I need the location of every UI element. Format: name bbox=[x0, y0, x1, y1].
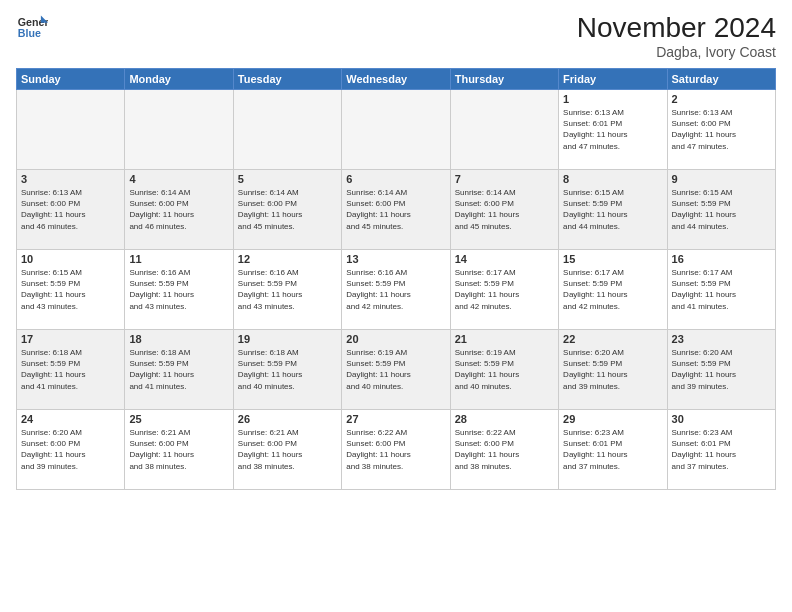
day-info: Sunrise: 6:13 AMSunset: 6:01 PMDaylight:… bbox=[563, 107, 662, 152]
calendar-cell: 15Sunrise: 6:17 AMSunset: 5:59 PMDayligh… bbox=[559, 250, 667, 330]
day-info: Sunrise: 6:18 AMSunset: 5:59 PMDaylight:… bbox=[238, 347, 337, 392]
day-info: Sunrise: 6:13 AMSunset: 6:00 PMDaylight:… bbox=[672, 107, 771, 152]
day-number: 20 bbox=[346, 333, 445, 345]
calendar-cell: 27Sunrise: 6:22 AMSunset: 6:00 PMDayligh… bbox=[342, 410, 450, 490]
calendar-cell: 7Sunrise: 6:14 AMSunset: 6:00 PMDaylight… bbox=[450, 170, 558, 250]
calendar-table: SundayMondayTuesdayWednesdayThursdayFrid… bbox=[16, 68, 776, 490]
day-info: Sunrise: 6:23 AMSunset: 6:01 PMDaylight:… bbox=[672, 427, 771, 472]
logo: General Blue bbox=[16, 12, 48, 44]
calendar-cell: 29Sunrise: 6:23 AMSunset: 6:01 PMDayligh… bbox=[559, 410, 667, 490]
svg-text:Blue: Blue bbox=[18, 27, 41, 39]
day-info: Sunrise: 6:17 AMSunset: 5:59 PMDaylight:… bbox=[672, 267, 771, 312]
day-number: 3 bbox=[21, 173, 120, 185]
day-number: 23 bbox=[672, 333, 771, 345]
calendar-cell: 19Sunrise: 6:18 AMSunset: 5:59 PMDayligh… bbox=[233, 330, 341, 410]
day-number: 16 bbox=[672, 253, 771, 265]
day-number: 29 bbox=[563, 413, 662, 425]
calendar-header-row: SundayMondayTuesdayWednesdayThursdayFrid… bbox=[17, 69, 776, 90]
calendar-cell: 21Sunrise: 6:19 AMSunset: 5:59 PMDayligh… bbox=[450, 330, 558, 410]
calendar-cell: 8Sunrise: 6:15 AMSunset: 5:59 PMDaylight… bbox=[559, 170, 667, 250]
day-number: 27 bbox=[346, 413, 445, 425]
month-title: November 2024 bbox=[577, 12, 776, 44]
day-info: Sunrise: 6:14 AMSunset: 6:00 PMDaylight:… bbox=[455, 187, 554, 232]
calendar-cell: 6Sunrise: 6:14 AMSunset: 6:00 PMDaylight… bbox=[342, 170, 450, 250]
calendar-cell: 20Sunrise: 6:19 AMSunset: 5:59 PMDayligh… bbox=[342, 330, 450, 410]
day-info: Sunrise: 6:16 AMSunset: 5:59 PMDaylight:… bbox=[346, 267, 445, 312]
calendar-cell bbox=[342, 90, 450, 170]
day-info: Sunrise: 6:18 AMSunset: 5:59 PMDaylight:… bbox=[129, 347, 228, 392]
calendar-header-saturday: Saturday bbox=[667, 69, 775, 90]
day-number: 5 bbox=[238, 173, 337, 185]
day-info: Sunrise: 6:20 AMSunset: 6:00 PMDaylight:… bbox=[21, 427, 120, 472]
day-number: 12 bbox=[238, 253, 337, 265]
day-info: Sunrise: 6:17 AMSunset: 5:59 PMDaylight:… bbox=[563, 267, 662, 312]
day-number: 24 bbox=[21, 413, 120, 425]
day-info: Sunrise: 6:16 AMSunset: 5:59 PMDaylight:… bbox=[238, 267, 337, 312]
calendar-cell: 22Sunrise: 6:20 AMSunset: 5:59 PMDayligh… bbox=[559, 330, 667, 410]
day-info: Sunrise: 6:21 AMSunset: 6:00 PMDaylight:… bbox=[238, 427, 337, 472]
day-number: 15 bbox=[563, 253, 662, 265]
day-info: Sunrise: 6:14 AMSunset: 6:00 PMDaylight:… bbox=[129, 187, 228, 232]
calendar-cell: 18Sunrise: 6:18 AMSunset: 5:59 PMDayligh… bbox=[125, 330, 233, 410]
title-area: November 2024 Dagba, Ivory Coast bbox=[577, 12, 776, 60]
calendar-cell: 3Sunrise: 6:13 AMSunset: 6:00 PMDaylight… bbox=[17, 170, 125, 250]
calendar-cell: 14Sunrise: 6:17 AMSunset: 5:59 PMDayligh… bbox=[450, 250, 558, 330]
day-number: 9 bbox=[672, 173, 771, 185]
calendar-cell: 2Sunrise: 6:13 AMSunset: 6:00 PMDaylight… bbox=[667, 90, 775, 170]
day-info: Sunrise: 6:13 AMSunset: 6:00 PMDaylight:… bbox=[21, 187, 120, 232]
day-number: 26 bbox=[238, 413, 337, 425]
calendar-cell: 1Sunrise: 6:13 AMSunset: 6:01 PMDaylight… bbox=[559, 90, 667, 170]
day-number: 22 bbox=[563, 333, 662, 345]
calendar-header-sunday: Sunday bbox=[17, 69, 125, 90]
calendar-cell bbox=[450, 90, 558, 170]
day-info: Sunrise: 6:20 AMSunset: 5:59 PMDaylight:… bbox=[672, 347, 771, 392]
calendar-cell: 26Sunrise: 6:21 AMSunset: 6:00 PMDayligh… bbox=[233, 410, 341, 490]
calendar-week-4: 17Sunrise: 6:18 AMSunset: 5:59 PMDayligh… bbox=[17, 330, 776, 410]
calendar-cell: 28Sunrise: 6:22 AMSunset: 6:00 PMDayligh… bbox=[450, 410, 558, 490]
day-info: Sunrise: 6:21 AMSunset: 6:00 PMDaylight:… bbox=[129, 427, 228, 472]
calendar-cell: 11Sunrise: 6:16 AMSunset: 5:59 PMDayligh… bbox=[125, 250, 233, 330]
day-number: 10 bbox=[21, 253, 120, 265]
calendar-week-2: 3Sunrise: 6:13 AMSunset: 6:00 PMDaylight… bbox=[17, 170, 776, 250]
day-info: Sunrise: 6:14 AMSunset: 6:00 PMDaylight:… bbox=[238, 187, 337, 232]
day-info: Sunrise: 6:14 AMSunset: 6:00 PMDaylight:… bbox=[346, 187, 445, 232]
calendar-header-monday: Monday bbox=[125, 69, 233, 90]
calendar-cell bbox=[17, 90, 125, 170]
calendar-cell bbox=[125, 90, 233, 170]
day-info: Sunrise: 6:15 AMSunset: 5:59 PMDaylight:… bbox=[563, 187, 662, 232]
day-info: Sunrise: 6:18 AMSunset: 5:59 PMDaylight:… bbox=[21, 347, 120, 392]
calendar-cell: 5Sunrise: 6:14 AMSunset: 6:00 PMDaylight… bbox=[233, 170, 341, 250]
calendar-header-thursday: Thursday bbox=[450, 69, 558, 90]
calendar-header-friday: Friday bbox=[559, 69, 667, 90]
calendar-cell: 30Sunrise: 6:23 AMSunset: 6:01 PMDayligh… bbox=[667, 410, 775, 490]
day-number: 4 bbox=[129, 173, 228, 185]
day-info: Sunrise: 6:15 AMSunset: 5:59 PMDaylight:… bbox=[672, 187, 771, 232]
calendar-cell: 10Sunrise: 6:15 AMSunset: 5:59 PMDayligh… bbox=[17, 250, 125, 330]
calendar-cell: 17Sunrise: 6:18 AMSunset: 5:59 PMDayligh… bbox=[17, 330, 125, 410]
location: Dagba, Ivory Coast bbox=[577, 44, 776, 60]
day-info: Sunrise: 6:15 AMSunset: 5:59 PMDaylight:… bbox=[21, 267, 120, 312]
day-number: 18 bbox=[129, 333, 228, 345]
day-info: Sunrise: 6:23 AMSunset: 6:01 PMDaylight:… bbox=[563, 427, 662, 472]
calendar-cell: 16Sunrise: 6:17 AMSunset: 5:59 PMDayligh… bbox=[667, 250, 775, 330]
day-number: 2 bbox=[672, 93, 771, 105]
calendar-cell: 4Sunrise: 6:14 AMSunset: 6:00 PMDaylight… bbox=[125, 170, 233, 250]
calendar-cell: 24Sunrise: 6:20 AMSunset: 6:00 PMDayligh… bbox=[17, 410, 125, 490]
calendar-header-tuesday: Tuesday bbox=[233, 69, 341, 90]
day-info: Sunrise: 6:22 AMSunset: 6:00 PMDaylight:… bbox=[346, 427, 445, 472]
day-number: 17 bbox=[21, 333, 120, 345]
day-info: Sunrise: 6:22 AMSunset: 6:00 PMDaylight:… bbox=[455, 427, 554, 472]
calendar-cell: 12Sunrise: 6:16 AMSunset: 5:59 PMDayligh… bbox=[233, 250, 341, 330]
calendar-cell bbox=[233, 90, 341, 170]
page-header: General Blue November 2024 Dagba, Ivory … bbox=[16, 12, 776, 60]
day-number: 7 bbox=[455, 173, 554, 185]
day-number: 6 bbox=[346, 173, 445, 185]
calendar-week-5: 24Sunrise: 6:20 AMSunset: 6:00 PMDayligh… bbox=[17, 410, 776, 490]
day-info: Sunrise: 6:16 AMSunset: 5:59 PMDaylight:… bbox=[129, 267, 228, 312]
day-number: 11 bbox=[129, 253, 228, 265]
day-number: 21 bbox=[455, 333, 554, 345]
day-info: Sunrise: 6:20 AMSunset: 5:59 PMDaylight:… bbox=[563, 347, 662, 392]
day-info: Sunrise: 6:19 AMSunset: 5:59 PMDaylight:… bbox=[455, 347, 554, 392]
day-info: Sunrise: 6:17 AMSunset: 5:59 PMDaylight:… bbox=[455, 267, 554, 312]
day-number: 28 bbox=[455, 413, 554, 425]
